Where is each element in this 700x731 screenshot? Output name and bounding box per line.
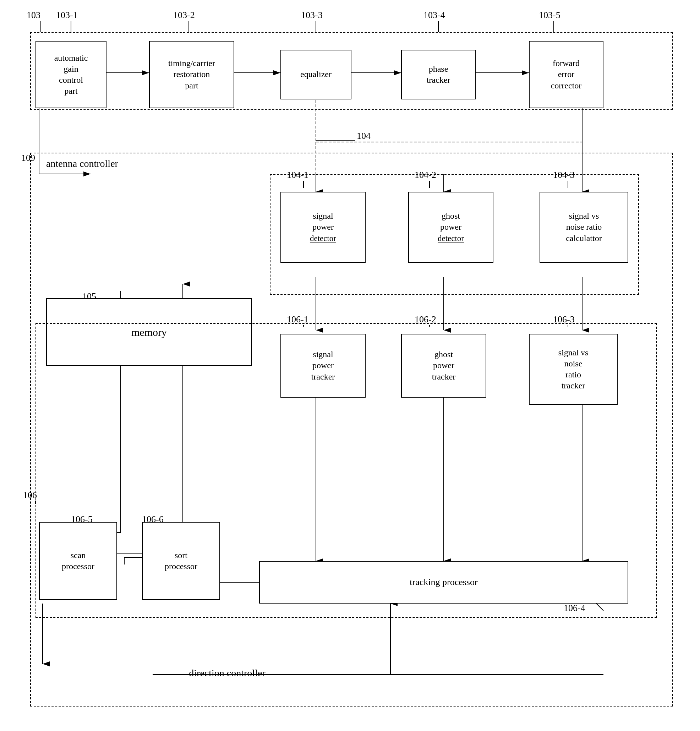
label-103-4: 103-4 <box>424 10 445 21</box>
label-104: 104 <box>357 131 371 141</box>
phase-tracker-box: phasetracker <box>401 50 475 100</box>
timing-box: timing/carrierrestorationpart <box>149 41 234 108</box>
label-103: 103 <box>26 10 41 21</box>
label-103-1: 103-1 <box>56 10 78 21</box>
snr-tracker-box: signal vsnoiseratiotracker <box>529 334 618 405</box>
diagram: 103 103-1 103-2 103-3 103-4 103-5 109 10… <box>0 0 700 731</box>
direction-controller-label: direction controller <box>121 668 334 679</box>
equalizer-box: equalizer <box>280 50 351 100</box>
snr-calc-box: signal vsnoise ratiocalculattor <box>540 192 628 263</box>
agc-box: automaticgaincontrolpart <box>35 41 107 108</box>
scan-processor-box: scanprocessor <box>39 522 117 600</box>
tracking-processor-box: tracking processor <box>259 561 628 603</box>
label-103-5: 103-5 <box>539 10 561 21</box>
label-103-3: 103-3 <box>301 10 323 21</box>
signal-power-tracker-box: signalpowertracker <box>280 334 365 398</box>
antenna-controller-label: antenna controller <box>46 158 118 169</box>
signal-power-detector-box: signalpowerdetector <box>280 192 365 263</box>
sort-processor-box: sortprocessor <box>142 522 220 600</box>
ghost-power-tracker-box: ghostpowertracker <box>401 334 486 398</box>
label-103-2: 103-2 <box>173 10 195 21</box>
ghost-power-detector-box: ghostpowerdetector <box>408 192 493 263</box>
forward-error-box: forwarderrorcorrector <box>529 41 603 108</box>
